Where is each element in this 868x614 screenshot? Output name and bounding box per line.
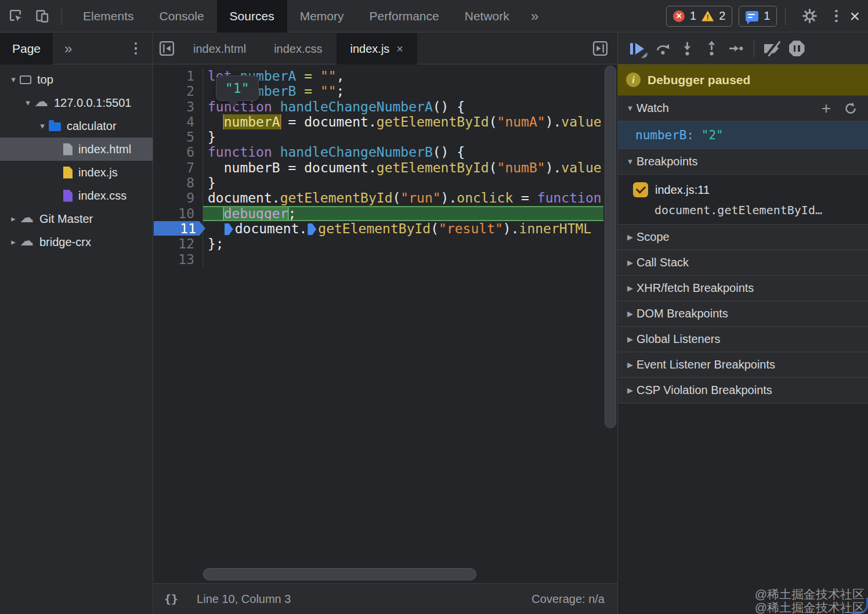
tab-elements[interactable]: Elements <box>70 0 147 32</box>
horizontal-scrollbar-thumb[interactable] <box>203 568 476 580</box>
code-text[interactable]: } <box>203 175 617 190</box>
execution-line[interactable]: debugger; <box>203 206 617 221</box>
continue-to-here-icon[interactable] <box>225 223 233 235</box>
editor-tab-index-css[interactable]: index.css <box>260 33 336 64</box>
line-number-7[interactable]: 7 <box>154 160 203 175</box>
code-text[interactable]: }; <box>203 236 617 251</box>
editor-statusbar: {} Line 10, Column 3 Coverage: n/a <box>154 583 617 614</box>
tree-item-git-master[interactable]: ▸☁Git Master <box>0 207 153 230</box>
line-number-1[interactable]: 1 <box>154 68 203 84</box>
messages-badge[interactable]: 1 <box>739 6 777 27</box>
source-editor: index.html index.css index.js × 1let num… <box>154 33 617 614</box>
code-text[interactable]: document.getElementById("result").innerH… <box>203 221 617 236</box>
expander-icon[interactable]: ▾ <box>7 74 20 85</box>
pause-on-exceptions-icon[interactable] <box>784 37 809 61</box>
navigator-overflow-icon[interactable] <box>125 38 147 60</box>
section-xhr-fetch-breakpoints[interactable]: ▶XHR/fetch Breakpoints <box>618 276 868 301</box>
tree-item-top[interactable]: ▾top <box>0 68 153 91</box>
step-out-icon[interactable] <box>699 37 724 61</box>
code-text[interactable] <box>203 252 617 267</box>
chevron-right-icon: ▶ <box>624 284 636 292</box>
code-text[interactable]: document.getElementById("run").onclick =… <box>203 190 617 205</box>
tab-console[interactable]: Console <box>147 0 217 32</box>
settings-gear-icon[interactable] <box>798 5 820 27</box>
section-csp-violation-breakpoints[interactable]: ▶CSP Violation Breakpoints <box>618 378 868 403</box>
issues-badge[interactable]: ✕ 1 ! 2 <box>666 6 732 27</box>
inspect-element-icon[interactable] <box>5 5 27 27</box>
code-text[interactable]: function handleChangeNumberB() { <box>203 145 617 160</box>
line-number-3[interactable]: 3 <box>154 99 203 114</box>
tab-sources[interactable]: Sources <box>217 0 287 32</box>
section-global-listeners[interactable]: ▶Global Listeners <box>618 327 868 352</box>
line-number-13[interactable]: 13 <box>154 252 203 267</box>
line-number-2[interactable]: 2 <box>154 84 203 99</box>
section-call-stack[interactable]: ▶Call Stack <box>618 250 868 276</box>
tree-item-index-css[interactable]: index.css <box>0 184 153 207</box>
code-text[interactable]: numberA = document.getElementById("numA"… <box>203 114 617 129</box>
close-devtools-icon[interactable]: × <box>849 8 860 25</box>
continue-to-here-icon[interactable] <box>308 223 316 235</box>
vertical-scrollbar[interactable] <box>603 64 617 583</box>
expander-icon[interactable]: ▸ <box>7 237 20 247</box>
section-breakpoints[interactable]: ▼ Breakpoints <box>618 149 868 175</box>
step-icon[interactable] <box>724 37 748 61</box>
more-tabs-icon[interactable]: » <box>522 8 548 24</box>
line-number-8[interactable]: 8 <box>154 175 203 190</box>
section-scope[interactable]: ▶Scope <box>618 225 868 250</box>
resume-script-icon[interactable] <box>626 37 650 61</box>
overflow-menu-icon[interactable] <box>825 5 847 27</box>
tree-item-label: index.html <box>78 143 131 156</box>
refresh-watch-icon[interactable] <box>844 102 858 115</box>
code-editor[interactable]: 1let numberA = "",2 numberB = "";3functi… <box>154 64 617 583</box>
line-number-6[interactable]: 6 <box>154 145 203 160</box>
deactivate-breakpoints-icon[interactable] <box>760 37 784 61</box>
line-number-4[interactable]: 4 <box>154 114 203 129</box>
line-number-5[interactable]: 5 <box>154 129 203 145</box>
watermark: @稀土掘金技术社区 @稀土掘金技术社区 <box>755 587 865 614</box>
section-event-listener-breakpoints[interactable]: ▶Event Listener Breakpoints <box>618 352 868 378</box>
hide-navigator-icon[interactable] <box>154 33 179 64</box>
line-number-12[interactable]: 12 <box>154 236 203 251</box>
line-number-11[interactable]: 11 <box>154 221 203 236</box>
code-line-9: 9document.getElementById("run").onclick … <box>154 190 617 205</box>
expander-icon[interactable]: ▸ <box>7 214 20 224</box>
code-text[interactable]: let numberA = "", <box>203 68 617 84</box>
close-tab-icon[interactable]: × <box>396 33 403 64</box>
vertical-scrollbar-thumb[interactable] <box>605 66 616 428</box>
step-over-icon[interactable] <box>650 37 675 61</box>
watch-expression-row[interactable]: numberB: "2" <box>618 121 868 149</box>
expander-icon[interactable]: ▾ <box>21 97 34 108</box>
tab-memory[interactable]: Memory <box>287 0 357 32</box>
tree-item-bridge-crx[interactable]: ▸☁bridge-crx <box>0 230 153 254</box>
pretty-print-icon[interactable]: {} <box>164 592 178 606</box>
tree-item-calculator[interactable]: ▾calculator <box>0 114 153 138</box>
tab-performance[interactable]: Performance <box>357 0 452 32</box>
breakpoint-checkbox[interactable] <box>633 182 648 197</box>
section-label: DOM Breakpoints <box>636 307 728 320</box>
code-text[interactable]: numberB = ""; <box>203 84 617 99</box>
file-css-icon <box>63 190 73 202</box>
tree-item-index-html[interactable]: index.html <box>0 138 153 161</box>
add-watch-icon[interactable]: + <box>822 100 831 117</box>
coverage-status: Coverage: n/a <box>531 593 605 606</box>
editor-tab-index-html[interactable]: index.html <box>179 33 260 64</box>
show-debugger-icon[interactable] <box>587 33 613 64</box>
code-text[interactable]: } <box>203 129 617 145</box>
section-watch[interactable]: ▼ Watch + <box>618 96 868 121</box>
expander-icon[interactable]: ▾ <box>36 121 49 131</box>
navigator-more-tabs-icon[interactable]: » <box>64 41 72 57</box>
tree-item-127-0-0-1-5501[interactable]: ▾☁127.0.0.1:5501 <box>0 91 153 114</box>
code-text[interactable]: function handleChangeNumberA() { <box>203 99 617 114</box>
section-dom-breakpoints[interactable]: ▶DOM Breakpoints <box>618 301 868 327</box>
tab-network[interactable]: Network <box>452 0 522 32</box>
breakpoint-marker[interactable]: 11 <box>154 221 205 236</box>
breakpoint-entry[interactable]: index.js:11 document.getElementById… <box>618 175 868 225</box>
tree-item-index-js[interactable]: index.js <box>0 161 153 184</box>
step-into-icon[interactable] <box>675 37 699 61</box>
line-number-9[interactable]: 9 <box>154 190 203 205</box>
tab-page[interactable]: Page <box>0 33 53 64</box>
line-number-10[interactable]: 10 <box>154 206 203 221</box>
device-toolbar-icon[interactable] <box>31 5 53 27</box>
editor-tab-index-js[interactable]: index.js × <box>337 33 418 64</box>
code-text[interactable]: numberB = document.getElementById("numB"… <box>203 160 617 175</box>
